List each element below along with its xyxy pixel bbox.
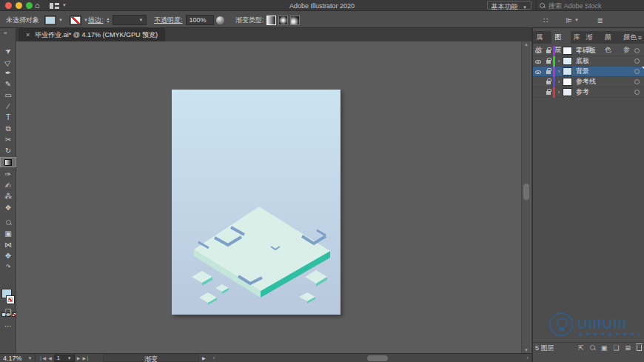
tab-color[interactable]: 颜色 <box>602 31 620 44</box>
eyedropper-tool[interactable]: ✑ <box>0 170 16 180</box>
tab-libraries[interactable]: 库 <box>571 31 583 44</box>
scroll-down-icon[interactable]: ▼ <box>522 348 531 352</box>
screen-mode-button[interactable]: ❏ <box>0 307 16 318</box>
tab-properties[interactable]: 属性 <box>533 31 551 44</box>
paintbrush-tool[interactable]: ✍ <box>0 181 16 191</box>
document-arrange-icon[interactable]: ⊫▼ <box>566 12 579 28</box>
layer-row[interactable]: › 参考线 <box>533 77 644 87</box>
tab-gradient[interactable]: 渐变 <box>583 31 602 44</box>
scroll-left-icon[interactable]: ‹ <box>213 354 215 362</box>
free-transform-tool[interactable]: ⧉ <box>0 124 16 134</box>
selection-tool[interactable]: ➤ <box>0 46 16 56</box>
rectangle-tool[interactable]: ▭ <box>0 90 16 101</box>
fill-color-chevron-icon[interactable]: ▼ <box>58 18 63 22</box>
collect-for-export-icon[interactable]: ⇱ <box>578 343 584 354</box>
symbol-sprayer-tool[interactable]: ⁂ <box>0 192 16 202</box>
document-tab[interactable]: × 毕业作业.ai* @ 4.17% (CMYK/GPU 预览) <box>19 28 165 41</box>
canvas-pasteboard[interactable]: ▲ ▼ <box>16 41 531 353</box>
puppet-warp-tool[interactable]: ✥ <box>0 251 16 261</box>
disclosure-icon[interactable]: › <box>555 47 563 54</box>
first-artboard-button[interactable]: ❘◀ <box>38 355 46 361</box>
lock-toggle[interactable] <box>543 47 553 55</box>
fill-color-swatch[interactable] <box>44 16 56 25</box>
type-tool[interactable]: T <box>0 113 16 123</box>
new-layer-icon[interactable]: ⊞ <box>625 343 631 354</box>
lock-toggle[interactable] <box>543 68 553 76</box>
swap-fill-stroke-icon[interactable]: ↷ <box>0 262 16 272</box>
draw-mode-button[interactable]: ◐ <box>0 296 16 306</box>
target-circle[interactable] <box>634 58 640 64</box>
locate-object-icon[interactable] <box>590 343 595 354</box>
visibility-toggle[interactable] <box>533 68 543 76</box>
layer-name[interactable]: 参考 <box>576 87 634 97</box>
stroke-weight-field[interactable]: ▼ <box>113 15 147 25</box>
visibility-toggle[interactable] <box>533 58 543 65</box>
artboard-number-field[interactable]: 1 ▼ <box>54 355 75 362</box>
tab-layers[interactable]: 图层 <box>551 31 570 44</box>
edit-toolbar-button[interactable]: ⋯ <box>0 321 16 332</box>
dots-grid-icon[interactable]: ∷ <box>543 12 548 28</box>
direct-selection-tool[interactable]: ▷ <box>0 57 16 67</box>
recolor-artwork-icon[interactable] <box>216 16 224 24</box>
layer-name[interactable]: 参考线 <box>576 77 634 87</box>
zoom-tool[interactable] <box>0 218 16 228</box>
disclosure-icon[interactable]: › <box>555 78 563 85</box>
next-artboard-button[interactable]: ▶ <box>77 355 81 361</box>
layer-thumbnail[interactable] <box>563 47 572 55</box>
lock-toggle[interactable] <box>543 58 553 65</box>
stroke-weight-label[interactable]: 描边: <box>88 16 104 25</box>
vertical-scrollbar-thumb[interactable] <box>523 184 529 200</box>
zoom-level-control[interactable]: 4.17% ▼ <box>0 354 36 362</box>
gradient-radial-button[interactable] <box>278 16 288 25</box>
curvature-tool[interactable]: ✎ <box>0 79 16 90</box>
disclosure-icon[interactable]: › <box>555 89 563 95</box>
status-popup-icon[interactable]: ▶ <box>202 355 206 361</box>
opacity-field[interactable]: 100% <box>186 15 214 25</box>
disclosure-icon[interactable]: › <box>555 58 563 64</box>
layer-thumbnail[interactable] <box>563 67 572 76</box>
properties-list-icon[interactable]: ≣ <box>597 12 603 28</box>
rotate-tool[interactable]: ↻ <box>0 146 16 156</box>
delete-layer-icon[interactable] <box>637 345 642 351</box>
panel-menu-icon[interactable]: ≡ <box>638 34 642 41</box>
stroke-color-swatch[interactable] <box>70 16 81 25</box>
horizontal-scrollbar[interactable]: ‹ › <box>212 354 531 362</box>
line-segment-tool[interactable]: ∕ <box>0 101 16 112</box>
artboard[interactable] <box>172 90 341 315</box>
layer-name[interactable]: 零碎板 <box>576 46 634 56</box>
layer-row[interactable]: › 参考 <box>533 87 644 98</box>
vertical-scrollbar[interactable]: ▲ ▼ <box>521 41 530 353</box>
horizontal-scrollbar-thumb[interactable] <box>367 355 388 361</box>
workspace-switcher[interactable]: 基本功能 ▼ <box>487 1 531 10</box>
pen-tool[interactable]: ✒ <box>0 68 16 78</box>
stroke-weight-stepper[interactable]: ▲▼ <box>107 17 110 23</box>
disclosure-icon[interactable]: › <box>555 68 563 75</box>
last-artboard-button[interactable]: ▶❘ <box>82 355 90 361</box>
layer-name[interactable]: 背景 <box>576 67 634 76</box>
layer-row-selected[interactable]: › 背景 <box>533 67 644 77</box>
layer-name[interactable]: 底板 <box>576 56 634 66</box>
scissors-tool[interactable]: ✂ <box>0 135 16 145</box>
gradient-freeform-button[interactable] <box>290 16 300 25</box>
opacity-label[interactable]: 不透明度: <box>154 16 183 25</box>
gradient-tool[interactable] <box>0 157 16 167</box>
scroll-right-icon[interactable]: › <box>526 354 529 362</box>
layer-thumbnail[interactable] <box>563 78 572 86</box>
layer-row[interactable]: › 零碎板 <box>533 46 644 56</box>
close-tab-icon[interactable]: × <box>26 31 30 38</box>
search-input[interactable] <box>549 2 630 10</box>
stroke-color-chevron-icon[interactable]: ▼ <box>84 18 88 22</box>
toolbar-collapse-icon[interactable]: » <box>4 30 7 36</box>
layer-thumbnail[interactable] <box>563 88 572 96</box>
make-clipping-mask-icon[interactable]: ▣ <box>601 343 608 354</box>
target-circle[interactable] <box>634 90 640 95</box>
layer-thumbnail[interactable] <box>563 57 572 65</box>
scroll-up-icon[interactable]: ▲ <box>522 42 531 47</box>
previous-artboard-button[interactable]: ◀ <box>48 355 52 361</box>
artboard-tool[interactable]: ▣ <box>0 229 16 239</box>
lock-toggle[interactable] <box>543 78 553 86</box>
blend-tool[interactable]: ❖ <box>0 203 16 213</box>
lock-toggle[interactable] <box>543 89 553 96</box>
new-sublayer-icon[interactable]: ❏ <box>613 343 619 354</box>
layer-row[interactable]: › 底板 <box>533 56 644 67</box>
